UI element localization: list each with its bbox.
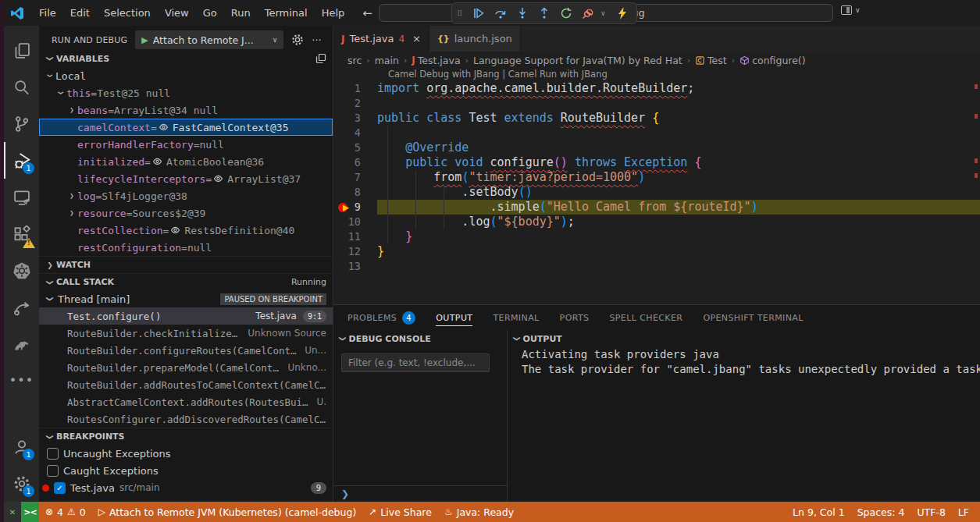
variable-row-restCollection[interactable]: restCollection = RestsDefinition@40	[39, 222, 333, 239]
call-stack-section-header[interactable]: ❯ CALL STACK Running	[39, 273, 333, 290]
code-line-1[interactable]: 1import org.apache.camel.builder.RouteBu…	[333, 81, 980, 96]
stack-frame[interactable]: AbstractCamelContext.addRoutes(RoutesBui…	[39, 393, 333, 410]
line-number[interactable]: 2	[333, 96, 377, 111]
activity-account[interactable]: 1	[4, 428, 39, 465]
back-arrow-icon[interactable]: ←	[362, 6, 372, 20]
line-number[interactable]: 7	[333, 170, 377, 185]
close-icon[interactable]: ×	[412, 33, 421, 44]
activity-kubernetes[interactable]	[4, 252, 39, 289]
code-line-10[interactable]: 10 .log("${body}");	[333, 215, 980, 229]
variable-row-resource[interactable]: ❯resource = Sources$2@39	[39, 204, 333, 222]
activity-more[interactable]: •••	[4, 362, 39, 399]
breadcrumb-item[interactable]: Language Support for Java(TM) by Red Hat	[473, 55, 682, 66]
panel-tab-ports[interactable]: PORTS	[560, 305, 590, 330]
menu-selection[interactable]: Selection	[97, 4, 158, 22]
more-actions-icon[interactable]: ···	[312, 34, 321, 46]
output-header[interactable]: ❯ OUTPUT	[508, 330, 980, 347]
menu-file[interactable]: File	[32, 4, 63, 22]
breakpoint-row[interactable]: ✓Test.javasrc/main9	[39, 479, 333, 496]
line-number[interactable]: 5	[333, 140, 377, 155]
line-number[interactable]: 1	[333, 81, 377, 96]
variables-section-header[interactable]: ❯ VARIABLES	[39, 50, 333, 67]
line-number[interactable]: 4	[333, 126, 377, 140]
tab-launch-json[interactable]: {} launch.json	[429, 26, 521, 51]
panel-tab-problems[interactable]: PROBLEMS4	[347, 305, 415, 330]
eye-icon[interactable]	[170, 225, 180, 235]
menu-run[interactable]: Run	[224, 4, 258, 22]
stack-frame[interactable]: RoutesConfigurer.addDiscoveredRoutes(Cam…	[39, 410, 333, 428]
stack-frame[interactable]: RouteBuilder.addRoutesToCamelContext(Cam…	[39, 376, 333, 393]
debug-console-filter-input[interactable]	[341, 353, 490, 372]
encoding-status[interactable]: UTF-8	[911, 502, 951, 522]
activity-run-and-debug[interactable]: 1	[4, 142, 39, 179]
code-line-4[interactable]: 4	[333, 126, 980, 140]
java-status[interactable]: ♨ Java: Ready	[438, 502, 520, 522]
code-line-12[interactable]: 12}	[333, 244, 980, 259]
eye-icon[interactable]	[152, 157, 162, 166]
problems-status[interactable]: ⊗ 4 ⚠ 0	[39, 502, 92, 522]
thread-row[interactable]: ❯ Thread [main] PAUSED ON BREAKPOINT	[39, 290, 333, 307]
code-line-8[interactable]: 8 .setBody()	[333, 185, 980, 200]
menu-edit[interactable]: Edit	[63, 4, 97, 22]
line-number[interactable]: 11	[333, 229, 377, 244]
activity-camel[interactable]	[4, 325, 39, 362]
stack-frame[interactable]: RouteBuilder.configureRoutes(CamelContex…	[39, 342, 333, 359]
activity-search[interactable]	[4, 69, 39, 105]
debug-console-repl[interactable]: ❯	[333, 485, 507, 502]
line-number[interactable]: 13	[333, 259, 377, 274]
codelens-links[interactable]: Camel Debug with JBang | Camel Run with …	[333, 69, 980, 81]
gear-icon[interactable]	[291, 34, 304, 46]
variable-row-lifecycleInterceptors[interactable]: lifecycleInterceptors = ArrayList@37	[39, 170, 333, 187]
breakpoint-row[interactable]: Caught Exceptions	[39, 462, 333, 479]
code-line-11[interactable]: 11 }	[333, 229, 980, 244]
checkbox[interactable]: ✓	[54, 482, 66, 494]
activity-extensions[interactable]	[4, 215, 39, 252]
variable-row-camelContext[interactable]: camelContext = FastCamelContext@35	[39, 119, 333, 136]
disconnect-button[interactable]	[579, 4, 597, 23]
debug-session-status[interactable]: ▷ Attach to Remote JVM (Kubernetes) (cam…	[92, 502, 363, 522]
breadcrumb-item[interactable]: JTest.java	[412, 55, 460, 66]
debug-console-header[interactable]: ❯ DEBUG CONSOLE	[333, 330, 507, 347]
breakpoints-section-header[interactable]: ❯ BREAKPOINTS	[39, 428, 333, 445]
activity-files[interactable]	[4, 32, 39, 69]
breadcrumb-item[interactable]: main	[375, 55, 399, 66]
start-debug-icon[interactable]: ▶	[141, 35, 148, 45]
menu-view[interactable]: View	[158, 4, 196, 22]
line-number[interactable]: 10	[333, 215, 377, 229]
variable-row-initialized[interactable]: initialized = AtomicBoolean@36	[39, 153, 333, 170]
breakpoint-row[interactable]: Uncaught Exceptions	[39, 445, 333, 462]
chevron-down-icon[interactable]: ∨	[600, 9, 610, 17]
step-over-button[interactable]	[491, 4, 510, 23]
continue-button[interactable]	[469, 4, 488, 23]
stack-frame[interactable]: RouteBuilder.prepareModel(CamelContext)U…	[39, 359, 333, 376]
variable-row-this[interactable]: ❯this = Test@25 null	[39, 84, 333, 101]
checkbox[interactable]	[47, 465, 59, 477]
stack-frame[interactable]: Test.configure()Test.java9:1	[39, 307, 333, 325]
code-line-5[interactable]: 5 @Override	[333, 140, 980, 155]
code-line-6[interactable]: 6 public void configure() throws Excepti…	[333, 155, 980, 170]
panel-tab-output[interactable]: OUTPUT	[436, 305, 472, 330]
variable-row-errorHandlerFactory[interactable]: errorHandlerFactory = null	[39, 136, 333, 153]
code-line-2[interactable]: 2	[333, 96, 980, 111]
collapse-all-icon[interactable]	[315, 53, 326, 64]
stack-frame[interactable]: RouteBuilder.checkInitialized()Unknown S…	[39, 325, 333, 342]
output-log[interactable]: Activating task providers javaThe task p…	[508, 347, 980, 377]
menu-help[interactable]: Help	[315, 4, 352, 22]
code-line-7[interactable]: 7 from("timer:java?period=1000")	[333, 170, 980, 185]
variable-row-log[interactable]: ❯log = Slf4jLogger@38	[39, 187, 333, 204]
code-area[interactable]: 1import org.apache.camel.builder.RouteBu…	[333, 81, 980, 274]
checkbox[interactable]	[47, 448, 59, 460]
step-into-button[interactable]	[513, 4, 532, 23]
current-line-breakpoint-icon[interactable]: ▶	[338, 201, 357, 213]
line-number[interactable]: 6	[333, 155, 377, 170]
line-number[interactable]: 8	[333, 185, 377, 200]
menu-terminal[interactable]: Terminal	[258, 4, 315, 22]
code-line-9[interactable]: 9 .simple("Hello Camel from ${routeId}")…	[333, 200, 980, 215]
code-line-13[interactable]: 13	[333, 259, 980, 274]
remote-indicator[interactable]: ><	[21, 502, 39, 522]
panel-tab-terminal[interactable]: TERMINAL	[493, 305, 539, 330]
layout-control-button[interactable]: ∨	[841, 5, 861, 15]
line-number[interactable]: 3	[333, 111, 377, 126]
eye-icon[interactable]	[159, 123, 169, 132]
drag-handle-icon[interactable]: ⠿	[457, 12, 466, 16]
